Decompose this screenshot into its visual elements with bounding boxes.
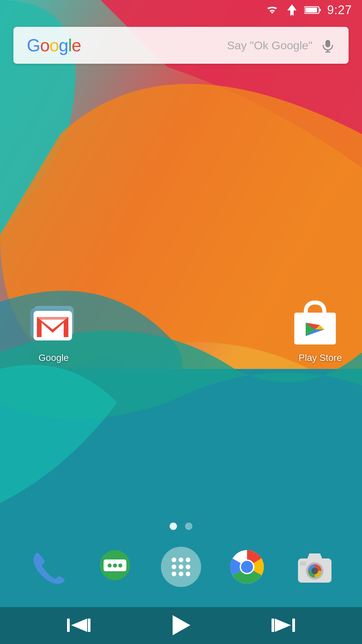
svg-rect-42: [272, 619, 274, 632]
battery-icon: [304, 5, 321, 15]
media-next-button[interactable]: [272, 615, 295, 636]
svg-point-18: [118, 564, 122, 568]
play-store-label: Play Store: [299, 353, 342, 363]
svg-point-27: [186, 572, 190, 576]
mic-icon[interactable]: [320, 38, 335, 53]
svg-point-19: [172, 557, 176, 562]
svg-point-17: [113, 564, 117, 568]
media-prev-button[interactable]: [67, 615, 90, 636]
phone-app[interactable]: [25, 545, 69, 589]
svg-point-20: [179, 557, 183, 562]
svg-marker-37: [71, 619, 87, 632]
status-bar: 9:27: [0, 0, 362, 20]
airplane-icon: [286, 4, 298, 16]
google-logo: Google: [27, 35, 81, 55]
svg-rect-36: [67, 619, 70, 632]
page-dot-1[interactable]: [185, 523, 192, 530]
svg-point-23: [179, 565, 183, 569]
hangouts-app[interactable]: [93, 545, 137, 589]
svg-rect-38: [88, 619, 90, 632]
svg-rect-40: [292, 619, 295, 632]
camera-app[interactable]: [293, 545, 337, 589]
play-store-app[interactable]: Play Store: [275, 294, 342, 363]
wifi-icon: [265, 4, 280, 16]
chrome-app[interactable]: [225, 545, 269, 589]
page-indicators: [0, 523, 362, 530]
google-app-label: Google: [39, 353, 69, 363]
svg-point-16: [108, 564, 112, 568]
media-bar: [0, 607, 362, 644]
search-hint: Say "Ok Google": [227, 39, 312, 52]
svg-rect-6: [325, 40, 330, 47]
dock: [0, 533, 362, 600]
google-app[interactable]: Google: [20, 294, 87, 363]
svg-point-24: [186, 565, 190, 569]
svg-rect-3: [319, 9, 321, 11]
svg-point-26: [179, 572, 183, 576]
svg-point-34: [311, 568, 318, 574]
desktop-apps: Google Play Store: [0, 288, 362, 369]
status-time: 9:27: [327, 3, 352, 17]
svg-marker-39: [173, 615, 190, 635]
svg-point-22: [172, 565, 176, 569]
svg-point-25: [172, 572, 176, 576]
svg-marker-41: [275, 619, 291, 632]
svg-point-21: [186, 557, 190, 562]
svg-rect-35: [300, 561, 306, 566]
media-play-button[interactable]: [171, 613, 191, 638]
svg-rect-4: [305, 8, 317, 12]
svg-rect-12: [37, 317, 68, 320]
page-dot-0[interactable]: [170, 523, 177, 530]
app-launcher[interactable]: [161, 547, 201, 587]
search-bar[interactable]: Google Say "Ok Google": [13, 27, 349, 64]
